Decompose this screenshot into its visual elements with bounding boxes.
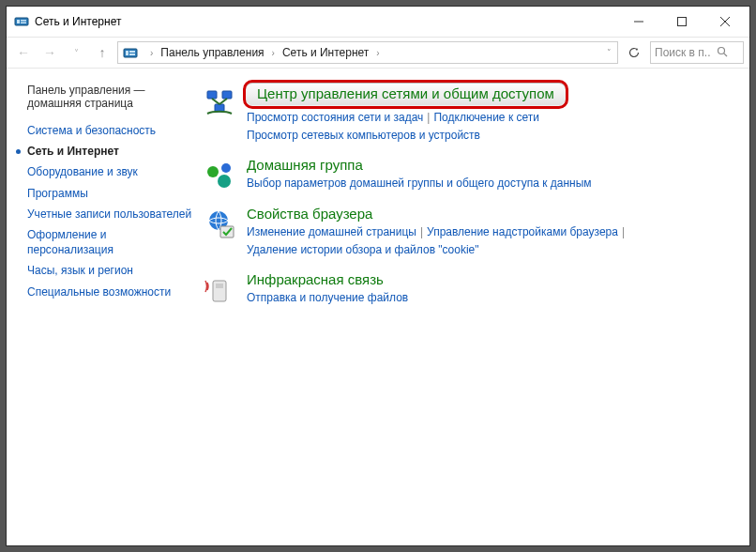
link-change-homepage[interactable]: Изменение домашней страницы — [247, 225, 416, 238]
search-icon — [717, 46, 728, 60]
svg-point-19 — [218, 175, 231, 188]
nav-up-button[interactable]: ↑ — [91, 41, 113, 64]
window-buttons — [626, 12, 746, 31]
breadcrumb-sep: › — [372, 48, 383, 58]
cp-home-line1: Панель управления — — [27, 84, 194, 97]
link-view-network-computers[interactable]: Просмотр сетевых компьютеров и устройств — [247, 129, 480, 142]
toolbar: ← → ˅ ↑ › Панель управления › Сеть и Инт… — [7, 37, 749, 69]
category-internet-options: Свойства браузера Изменение домашней стр… — [204, 206, 733, 258]
breadcrumb-icon — [122, 44, 139, 61]
svg-rect-5 — [678, 18, 687, 26]
category-links: Выбор параметров домашней группы и общег… — [247, 175, 733, 192]
svg-line-13 — [724, 53, 727, 55]
link-connect-network[interactable]: Подключение к сети — [433, 111, 538, 124]
internet-options-icon — [204, 207, 237, 241]
sidebar-item-programs[interactable]: Программы — [27, 186, 194, 201]
svg-rect-9 — [126, 51, 129, 55]
link-delete-history-cookies[interactable]: Удаление истории обзора и файлов "cookie… — [247, 243, 479, 256]
sidebar-item-ease-of-access[interactable]: Специальные возможности — [27, 284, 194, 299]
svg-rect-14 — [207, 91, 217, 99]
infrared-icon — [204, 273, 237, 307]
network-sharing-icon — [204, 85, 237, 119]
control-panel-window: Сеть и Интернет ← → ˅ ↑ › Панель управле… — [6, 6, 750, 546]
sidebar-item-system-security[interactable]: Система и безопасность — [27, 123, 194, 138]
cp-home-line2: домашняя страница — [27, 97, 194, 110]
svg-rect-2 — [21, 20, 26, 22]
svg-rect-21 — [220, 226, 234, 238]
minimize-button[interactable] — [626, 12, 652, 31]
category-body: Инфракрасная связь Отправка и получение … — [247, 271, 733, 307]
sidebar-item-user-accounts[interactable]: Учетные записи пользователей — [27, 207, 194, 222]
link-send-receive-files[interactable]: Отправка и получение файлов — [247, 291, 408, 304]
search-input[interactable] — [655, 46, 711, 59]
category-body: Центр управления сетями и общим доступом… — [247, 84, 733, 144]
nav-recent-button[interactable]: ˅ — [65, 41, 87, 64]
breadcrumb-item-1[interactable]: Сеть и Интернет — [280, 44, 370, 61]
control-panel-home-link[interactable]: Панель управления — домашняя страница — [27, 84, 194, 110]
breadcrumb[interactable]: › Панель управления › Сеть и Интернет › … — [117, 41, 618, 64]
category-network-sharing: Центр управления сетями и общим доступом… — [204, 84, 733, 144]
breadcrumb-sep: › — [268, 48, 279, 58]
body: Панель управления — домашняя страница Си… — [7, 69, 749, 545]
category-body: Свойства браузера Изменение домашней стр… — [247, 206, 733, 258]
maximize-button[interactable] — [669, 12, 695, 31]
category-title-link[interactable]: Домашняя группа — [247, 157, 363, 173]
svg-point-12 — [718, 47, 725, 54]
svg-rect-1 — [17, 20, 20, 23]
window-title: Сеть и Интернет — [35, 15, 626, 28]
svg-rect-23 — [216, 284, 223, 288]
sidebar: Панель управления — домашняя страница Си… — [16, 84, 204, 536]
category-links: Изменение домашней страницы|Управление н… — [247, 223, 733, 258]
sidebar-item-network-internet[interactable]: Сеть и Интернет — [27, 144, 194, 159]
refresh-button[interactable] — [622, 41, 646, 64]
nav-forward-button[interactable]: → — [38, 41, 61, 64]
svg-rect-11 — [129, 54, 135, 55]
category-links: Отправка и получение файлов — [247, 289, 733, 307]
sidebar-item-clock-language-region[interactable]: Часы, язык и регион — [27, 263, 194, 278]
homegroup-icon — [204, 159, 237, 192]
category-links: Просмотр состояния сети и задач|Подключе… — [247, 109, 733, 144]
breadcrumb-sep: › — [146, 48, 157, 58]
category-title-link[interactable]: Центр управления сетями и общим доступом — [257, 85, 554, 101]
link-manage-addons[interactable]: Управление надстройками браузера — [427, 225, 618, 238]
category-infrared: Инфракрасная связь Отправка и получение … — [204, 271, 733, 307]
sidebar-item-appearance[interactable]: Оформление и персонализация — [27, 227, 194, 257]
search-box[interactable] — [650, 41, 744, 64]
sidebar-item-hardware-sound[interactable]: Оборудование и звук — [27, 164, 194, 179]
nav-back-button[interactable]: ← — [12, 41, 35, 64]
close-button[interactable] — [712, 12, 738, 31]
titlebar: Сеть и Интернет — [7, 7, 749, 37]
svg-point-17 — [207, 166, 219, 177]
window-icon — [14, 14, 29, 29]
link-homegroup-settings[interactable]: Выбор параметров домашней группы и общег… — [247, 176, 592, 190]
category-title-link[interactable]: Инфракрасная связь — [247, 271, 384, 287]
category-body: Домашняя группа Выбор параметров домашне… — [247, 157, 733, 192]
svg-rect-15 — [222, 91, 232, 99]
breadcrumb-item-0[interactable]: Панель управления — [159, 44, 265, 61]
category-homegroup: Домашняя группа Выбор параметров домашне… — [204, 157, 733, 192]
svg-rect-3 — [21, 23, 26, 24]
breadcrumb-dropdown-icon[interactable]: ˅ — [607, 48, 613, 57]
highlight-annotation: Центр управления сетями и общим доступом — [243, 80, 568, 109]
category-title-link[interactable]: Свойства браузера — [247, 206, 372, 222]
svg-rect-10 — [129, 51, 135, 53]
main-content: Центр управления сетями и общим доступом… — [204, 84, 740, 536]
svg-point-18 — [221, 163, 231, 173]
link-view-network-status[interactable]: Просмотр состояния сети и задач — [247, 111, 423, 124]
